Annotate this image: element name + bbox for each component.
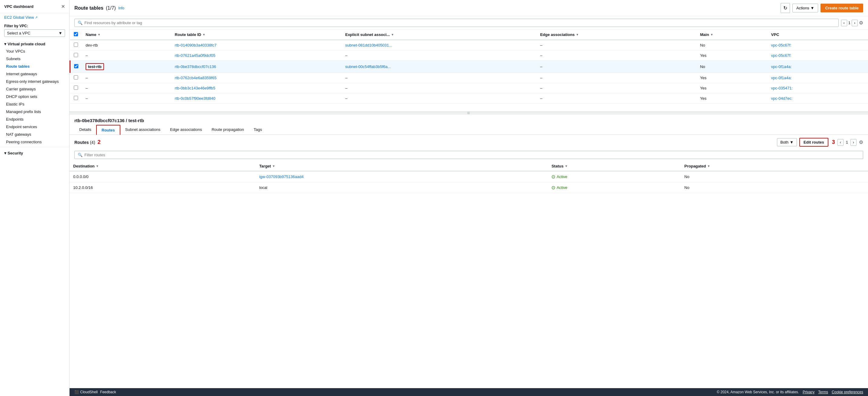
tab-subnet-associations[interactable]: Subnet associations bbox=[120, 125, 165, 135]
both-button[interactable]: Both ▼ bbox=[777, 138, 797, 146]
routes-title: Routes bbox=[74, 140, 89, 145]
tab-tags[interactable]: Tags bbox=[249, 125, 267, 135]
cloudshell-button[interactable]: ⬛ CloudShell bbox=[74, 390, 98, 394]
sort-icon: ▼ bbox=[576, 33, 579, 36]
row-checkbox[interactable] bbox=[74, 86, 78, 90]
sidebar-item-internet-gateways[interactable]: Internet gateways bbox=[0, 70, 69, 78]
next-page-button[interactable]: › bbox=[852, 20, 858, 26]
chevron-down-icon: ▼ bbox=[58, 31, 62, 35]
sort-icon: ▼ bbox=[565, 164, 568, 168]
edit-routes-button[interactable]: Edit routes bbox=[799, 138, 828, 146]
row-edge: – bbox=[536, 51, 696, 61]
row-main: No bbox=[696, 40, 768, 51]
tab-route-propagation[interactable]: Route propagation bbox=[207, 125, 249, 135]
sidebar-header: VPC dashboard ✕ bbox=[0, 0, 69, 13]
resize-handle[interactable]: ≡ bbox=[69, 112, 868, 114]
privacy-link[interactable]: Privacy bbox=[803, 390, 814, 394]
routes-table-row: 0.0.0.0/0 igw-037093b975136aad4 ⊙ Active… bbox=[69, 171, 868, 182]
sidebar-item-nat-gateways[interactable]: NAT gateways bbox=[0, 131, 69, 138]
sidebar-title: VPC dashboard bbox=[4, 4, 34, 9]
select-all-checkbox[interactable] bbox=[74, 32, 78, 36]
sidebar-item-endpoint-services[interactable]: Endpoint services bbox=[0, 123, 69, 131]
row-checkbox[interactable] bbox=[74, 75, 78, 79]
tab-routes[interactable]: Routes bbox=[96, 125, 120, 135]
sidebar-item-managed-prefix-lists[interactable]: Managed prefix lists bbox=[0, 108, 69, 116]
panel-title: Route tables (1/7) bbox=[74, 5, 116, 11]
sidebar-item-peering-connections[interactable]: Peering connections bbox=[0, 138, 69, 146]
routes-table-wrap: Destination ▼ Target ▼ Status ▼ Propagat… bbox=[69, 161, 868, 388]
table-row[interactable]: – rtb-07621a45a0f9dcf05 – – Yes vpc-05c6… bbox=[70, 51, 868, 61]
routes-prev-page[interactable]: ‹ bbox=[837, 139, 843, 146]
row-checkbox[interactable] bbox=[74, 96, 78, 100]
status-col-header: Status ▼ bbox=[548, 161, 681, 171]
table-row[interactable]: – rtb-0c0b57f90ee3fd840 – – Yes vpc-04d7… bbox=[70, 93, 868, 104]
sidebar-item-endpoints[interactable]: Endpoints bbox=[0, 116, 69, 123]
routes-table: Destination ▼ Target ▼ Status ▼ Propagat… bbox=[69, 161, 868, 193]
sidebar-item-your-vpcs[interactable]: Your VPCs bbox=[0, 47, 69, 55]
row-name: dev-rtb bbox=[82, 40, 171, 51]
sidebar: VPC dashboard ✕ EC2 Global View ↗ Filter… bbox=[0, 0, 69, 396]
sidebar-item-egress-only[interactable]: Egress-only internet gateways bbox=[0, 78, 69, 85]
security-header[interactable]: ▾ Security bbox=[0, 148, 69, 157]
info-link[interactable]: Info bbox=[118, 6, 124, 10]
row-checkbox[interactable] bbox=[74, 43, 78, 47]
prev-page-button[interactable]: ‹ bbox=[841, 20, 847, 26]
row-vpc: vpc-05c67f: bbox=[768, 40, 868, 51]
ec2-global-view-link[interactable]: EC2 Global View ↗ bbox=[0, 13, 69, 22]
sort-icon: ▼ bbox=[97, 33, 100, 36]
sidebar-item-carrier-gateways[interactable]: Carrier gateways bbox=[0, 85, 69, 93]
virtual-private-cloud-header[interactable]: ▾ Virtual private cloud bbox=[0, 39, 69, 47]
cookie-prefs-link[interactable]: Cookie preferences bbox=[832, 390, 863, 394]
tab-details[interactable]: Details bbox=[74, 125, 96, 135]
target-col-header: Target ▼ bbox=[255, 161, 548, 171]
sidebar-item-route-tables[interactable]: Route tables bbox=[0, 63, 69, 70]
routes-next-page[interactable]: › bbox=[850, 139, 857, 146]
sort-icon: ▼ bbox=[272, 164, 275, 168]
row-explicit-subnet: – bbox=[341, 93, 536, 104]
routes-settings-icon[interactable]: ⚙ bbox=[859, 139, 863, 145]
sidebar-item-elastic-ips[interactable]: Elastic IPs bbox=[0, 100, 69, 108]
sidebar-item-dhcp-option-sets[interactable]: DHCP option sets bbox=[0, 93, 69, 100]
table-row[interactable]: test-rtb rtb-0be378dbccf07c136 subnet-00… bbox=[70, 61, 868, 73]
row-route-id: rtb-0762cb4e6a8359f65 bbox=[171, 73, 342, 83]
route-tables-panel: Route tables (1/7) Info ↻ Actions ▼ Crea… bbox=[69, 0, 868, 112]
header-actions: ↻ Actions ▼ Create route table bbox=[781, 3, 863, 13]
row-vpc: vpc-0f1a4a: bbox=[768, 61, 868, 73]
tab-edge-associations[interactable]: Edge associations bbox=[165, 125, 207, 135]
routes-search: 🔍 bbox=[69, 150, 868, 161]
row-checkbox[interactable] bbox=[74, 53, 78, 57]
page-number: 1 bbox=[848, 21, 850, 25]
destination-col-header: Destination ▼ bbox=[69, 161, 255, 171]
feedback-link[interactable]: Feedback bbox=[100, 390, 116, 394]
row-vpc: vpc-05c67f: bbox=[768, 51, 868, 61]
row-checkbox[interactable] bbox=[74, 64, 78, 68]
chevron-down-icon: ▼ bbox=[810, 6, 814, 10]
vpc-filter-select[interactable]: Select a VPC ▼ bbox=[4, 29, 65, 37]
routes-search-input[interactable] bbox=[84, 153, 860, 157]
table-row[interactable]: – rtb-0762cb4e6a8359f65 – – Yes vpc-0f1a… bbox=[70, 73, 868, 83]
routes-header: Routes (4) 2 Both ▼ Edit routes 3 ‹ 1 › … bbox=[69, 135, 868, 150]
table-settings-icon[interactable]: ⚙ bbox=[859, 20, 863, 26]
tabs-bar: Details Routes Subnet associations Edge … bbox=[69, 125, 868, 135]
create-route-table-button[interactable]: Create route table bbox=[820, 4, 863, 12]
terms-link[interactable]: Terms bbox=[818, 390, 828, 394]
table-row[interactable]: dev-rtb rtb-014090b3a40338fc7 subnet-081… bbox=[70, 40, 868, 51]
row-name: – bbox=[82, 93, 171, 104]
filter-section: Filter by VPC: Select a VPC ▼ bbox=[0, 22, 69, 39]
route-tables-search-bar: 🔍 ‹ 1 › ⚙ bbox=[69, 16, 868, 30]
table-row[interactable]: – rtb-0bb3c143e46e9ffb5 – – Yes vpc-0354… bbox=[70, 83, 868, 93]
sort-icon: ▼ bbox=[202, 33, 205, 36]
close-icon[interactable]: ✕ bbox=[61, 4, 65, 9]
actions-button[interactable]: Actions ▼ bbox=[793, 4, 818, 12]
route-tables-header: Route tables (1/7) Info ↻ Actions ▼ Crea… bbox=[69, 0, 868, 16]
route-propagated: No bbox=[681, 171, 868, 182]
explicit-subnet-col-header: Explicit subnet associ... ▼ bbox=[341, 30, 536, 40]
row-main: Yes bbox=[696, 73, 768, 83]
route-id-col-header: Route table ID ▼ bbox=[171, 30, 342, 40]
refresh-button[interactable]: ↻ bbox=[781, 3, 790, 13]
route-target: local bbox=[255, 182, 548, 193]
route-tables-search-input[interactable] bbox=[84, 21, 835, 25]
sidebar-item-subnets[interactable]: Subnets bbox=[0, 55, 69, 63]
routes-search-wrap: 🔍 bbox=[74, 151, 863, 159]
route-tables-table-wrap: Name ▼ Route table ID ▼ Explicit subnet … bbox=[69, 30, 868, 111]
